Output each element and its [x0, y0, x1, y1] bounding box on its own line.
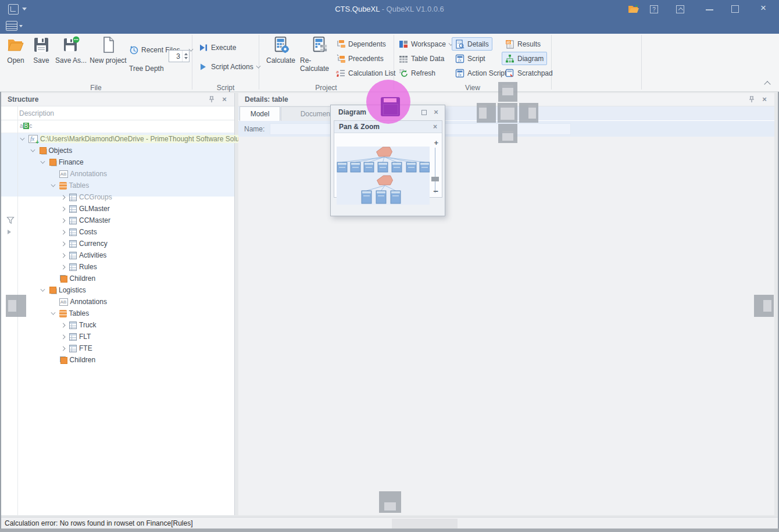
calculation-list-button[interactable]: a Calculation List — [336, 67, 395, 79]
save-as-button[interactable]: Save As... — [54, 36, 88, 65]
action-script-button[interactable]: fx Action Script — [455, 67, 506, 79]
script-actions-button[interactable]: Script Actions — [199, 61, 260, 73]
recalculate-button[interactable]: Re-Calculate — [300, 36, 338, 73]
chevron-right-icon[interactable] — [59, 195, 67, 199]
maximize-button[interactable] — [731, 5, 739, 13]
tree-item-logistics[interactable]: Logistics — [1, 284, 234, 296]
workspace-button[interactable]: Workspace — [399, 38, 453, 50]
tree-item-costs[interactable]: Costs — [1, 226, 234, 238]
chevron-down-icon[interactable] — [39, 161, 47, 163]
tree-item-annotations[interactable]: ABAnnotations — [1, 168, 234, 180]
filter-funnel-icon[interactable] — [6, 216, 15, 224]
dependents-button[interactable]: Dependents — [336, 38, 386, 50]
dock-guide-edge-right[interactable] — [754, 295, 774, 317]
tree-column-header[interactable]: Description — [1, 106, 234, 120]
chevron-right-icon[interactable] — [59, 219, 67, 223]
dock-guide-edge-left[interactable] — [6, 295, 26, 317]
tree-item-fte[interactable]: FTE — [1, 342, 234, 354]
zoom-slider-thumb[interactable] — [431, 177, 439, 181]
open-button[interactable]: Open — [3, 36, 28, 65]
tree-item-annotations[interactable]: ABAnnotations — [1, 296, 234, 308]
tree-item-tables[interactable]: Tables — [1, 308, 234, 319]
tree-depth-stepper[interactable]: 3 — [169, 50, 190, 62]
ribbon-menu-icon[interactable] — [6, 21, 17, 31]
pin-icon[interactable] — [748, 95, 756, 103]
chevron-right-icon[interactable] — [59, 323, 67, 327]
tree-item-c-users-markdiamond-onedrive-p[interactable]: fx+C:\Users\MarkDiamond\OneDrive - Prime… — [1, 133, 234, 145]
scratchpad-icon — [505, 69, 514, 78]
tree-filter-row[interactable]: aBc — [1, 120, 234, 133]
chevron-down-icon[interactable] — [29, 149, 37, 152]
tree-item-objects[interactable]: Objects — [1, 145, 234, 156]
tree-item-finance[interactable]: Finance — [1, 156, 234, 168]
object-icon — [49, 287, 56, 294]
chevron-right-icon[interactable] — [59, 265, 67, 269]
maximize-icon[interactable] — [421, 110, 427, 115]
chevron-down-icon[interactable] — [49, 184, 57, 187]
tree-item-tables[interactable]: Tables — [1, 180, 234, 191]
scratchpad-button[interactable]: Scratchpad — [505, 67, 553, 79]
tree-item-currency[interactable]: Currency — [1, 238, 234, 249]
dock-guide-edge-bottom[interactable] — [379, 491, 401, 513]
chevron-down-icon[interactable] — [19, 138, 26, 140]
tree-item-activities[interactable]: Activities — [1, 249, 234, 261]
zoom-in-button[interactable]: + — [434, 138, 438, 147]
tree-item-children[interactable]: Children — [1, 273, 234, 284]
tree-item-flt[interactable]: FLT — [1, 331, 234, 342]
table-data-button[interactable]: Table Data — [399, 53, 444, 65]
table-icon — [69, 194, 77, 201]
chevron-down-icon[interactable] — [39, 289, 47, 291]
chevron-down-icon[interactable] — [49, 312, 57, 315]
calculate-button[interactable]: Calculate — [263, 36, 299, 65]
ribbon-display-icon[interactable] — [676, 5, 684, 13]
help-icon[interactable]: ? — [650, 5, 658, 13]
precedents-button[interactable]: Precedents — [336, 53, 384, 65]
results-button[interactable]: ab Results — [505, 38, 541, 50]
dock-guide-right[interactable] — [519, 103, 538, 123]
ribbon-collapse-button[interactable] — [765, 80, 772, 87]
tree-item-ccgroups[interactable]: CCGroups — [1, 191, 234, 203]
table-icon — [69, 217, 77, 224]
chevron-right-icon[interactable] — [59, 253, 67, 258]
tree-item-label: Objects — [49, 147, 73, 155]
tab-model[interactable]: Model — [240, 106, 280, 121]
workspace-icon — [399, 40, 408, 49]
close-icon[interactable]: × — [433, 123, 437, 131]
view-script-button[interactable]: fx Script — [455, 53, 485, 65]
group-label-project: Project — [291, 84, 361, 92]
close-icon[interactable]: × — [220, 95, 228, 103]
pin-icon[interactable] — [208, 95, 216, 103]
diagram-icon — [505, 54, 514, 63]
tree-item-truck[interactable]: Truck — [1, 319, 234, 331]
close-icon[interactable]: × — [760, 95, 769, 103]
tree-item-label: Truck — [79, 321, 97, 329]
chevron-right-icon[interactable] — [59, 242, 67, 246]
chevron-right-icon[interactable] — [59, 230, 67, 234]
chevron-right-icon[interactable] — [59, 335, 67, 339]
quick-open-folder-icon[interactable] — [628, 3, 639, 14]
save-button[interactable]: Save — [30, 36, 53, 65]
ribbon-menu-caret-icon[interactable] — [19, 25, 23, 29]
dock-guide-center[interactable] — [498, 103, 517, 123]
dock-guide-left[interactable] — [477, 103, 496, 123]
zoom-out-button[interactable]: − — [433, 186, 438, 196]
diagram-button[interactable]: Diagram — [502, 52, 547, 65]
details-button[interactable]: Details — [452, 37, 492, 51]
chevron-down-icon — [256, 64, 260, 69]
row-indicator-icon — [8, 230, 13, 234]
close-button[interactable]: × — [760, 2, 770, 13]
close-icon[interactable]: × — [432, 108, 440, 116]
tree-item-rules[interactable]: Rules — [1, 261, 234, 273]
minimize-button[interactable] — [706, 9, 713, 10]
chevron-right-icon[interactable] — [59, 207, 67, 211]
tree-item-glmaster[interactable]: GLMaster — [1, 203, 234, 215]
dock-guide-top[interactable] — [498, 82, 517, 102]
new-project-button[interactable]: New project — [89, 36, 127, 65]
diagram-overview-canvas[interactable] — [337, 147, 430, 205]
refresh-button[interactable]: Refresh — [399, 67, 435, 79]
tree-item-children[interactable]: Children — [1, 354, 234, 366]
chevron-right-icon[interactable] — [59, 347, 67, 351]
execute-button[interactable]: Execute — [199, 42, 236, 53]
dock-guide-bottom[interactable] — [498, 124, 517, 143]
tree-item-ccmaster[interactable]: CCMaster — [1, 215, 234, 226]
